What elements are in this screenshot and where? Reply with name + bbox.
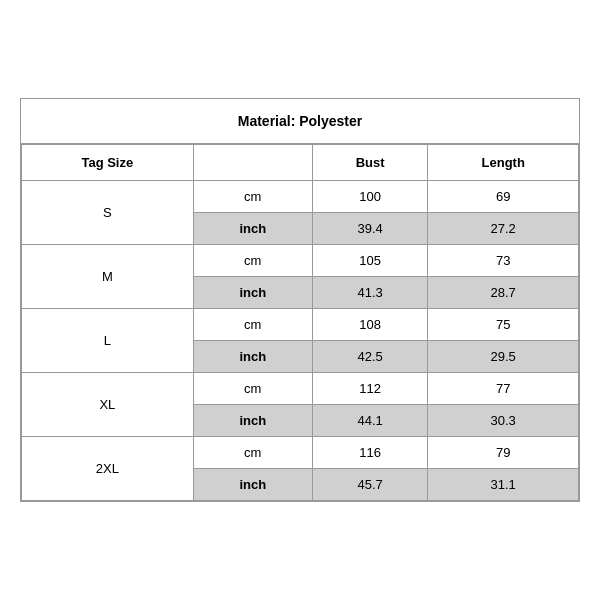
unit-cell: cm (193, 245, 312, 277)
tag-size-cell: S (22, 181, 194, 245)
table-header-row: Tag Size Bust Length (22, 145, 579, 181)
length-cell: 77 (428, 373, 579, 405)
table-row: Lcm10875 (22, 309, 579, 341)
bust-cell: 45.7 (312, 469, 428, 501)
bust-cell: 116 (312, 437, 428, 469)
bust-cell: 108 (312, 309, 428, 341)
length-cell: 79 (428, 437, 579, 469)
length-cell: 28.7 (428, 277, 579, 309)
unit-cell: inch (193, 277, 312, 309)
bust-cell: 105 (312, 245, 428, 277)
header-bust: Bust (312, 145, 428, 181)
tag-size-cell: L (22, 309, 194, 373)
unit-cell: cm (193, 181, 312, 213)
tag-size-cell: M (22, 245, 194, 309)
header-tag-size: Tag Size (22, 145, 194, 181)
bust-cell: 39.4 (312, 213, 428, 245)
size-chart-container: Material: Polyester Tag Size Bust Length… (20, 98, 580, 502)
table-row: Scm10069 (22, 181, 579, 213)
length-cell: 75 (428, 309, 579, 341)
tag-size-cell: XL (22, 373, 194, 437)
unit-cell: cm (193, 373, 312, 405)
table-row: XLcm11277 (22, 373, 579, 405)
unit-cell: inch (193, 213, 312, 245)
bust-cell: 41.3 (312, 277, 428, 309)
header-length: Length (428, 145, 579, 181)
unit-cell: inch (193, 469, 312, 501)
bust-cell: 100 (312, 181, 428, 213)
chart-title: Material: Polyester (21, 99, 579, 144)
unit-cell: cm (193, 437, 312, 469)
unit-cell: inch (193, 341, 312, 373)
bust-cell: 44.1 (312, 405, 428, 437)
length-cell: 73 (428, 245, 579, 277)
unit-cell: cm (193, 309, 312, 341)
length-cell: 31.1 (428, 469, 579, 501)
size-table: Tag Size Bust Length Scm10069inch39.427.… (21, 144, 579, 501)
table-row: Mcm10573 (22, 245, 579, 277)
tag-size-cell: 2XL (22, 437, 194, 501)
length-cell: 30.3 (428, 405, 579, 437)
table-row: 2XLcm11679 (22, 437, 579, 469)
unit-cell: inch (193, 405, 312, 437)
header-unit-col (193, 145, 312, 181)
table-body: Scm10069inch39.427.2Mcm10573inch41.328.7… (22, 181, 579, 501)
length-cell: 29.5 (428, 341, 579, 373)
bust-cell: 42.5 (312, 341, 428, 373)
bust-cell: 112 (312, 373, 428, 405)
length-cell: 27.2 (428, 213, 579, 245)
length-cell: 69 (428, 181, 579, 213)
